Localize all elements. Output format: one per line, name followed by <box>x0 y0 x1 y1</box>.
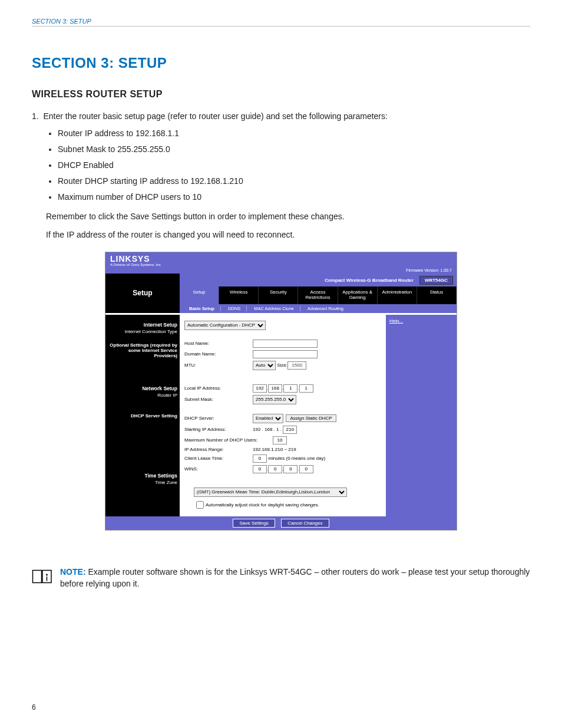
tab-access[interactable]: Access Restrictions <box>298 286 338 304</box>
lease-suffix: minutes (0 means one day) <box>268 456 325 461</box>
wins-1[interactable] <box>253 465 267 473</box>
tab-apps[interactable]: Applications & Gaming <box>338 286 378 304</box>
section-title: SECTION 3: SETUP <box>32 55 530 71</box>
label-conn-type: Internet Connection Type <box>108 329 177 334</box>
page-number: 6 <box>32 703 36 711</box>
dst-label: Automatically adjust clock for daylight … <box>206 502 319 508</box>
body-paragraph: If the IP address of the router is chang… <box>32 229 530 241</box>
product-name: Compact Wireless-G Broadband Router <box>325 278 414 283</box>
note-icon <box>32 566 53 589</box>
firmware-version: Firmware Version: 1.00.7 <box>406 268 452 272</box>
svg-point-2 <box>46 574 48 575</box>
conn-type-select[interactable]: Automatic Configuration - DHCP <box>184 321 266 330</box>
step-text: Enter the router basic setup page (refer… <box>43 111 387 121</box>
subtab-basic[interactable]: Basic Setup <box>183 306 221 311</box>
running-header: SECTION 3: SETUP <box>32 18 530 27</box>
save-button[interactable]: Save Settings <box>233 519 275 528</box>
mtu-label: MTU: <box>184 363 253 368</box>
starting-ip-label: Starting IP Address: <box>184 427 253 432</box>
section-internet-setup: Internet Setup <box>108 322 177 328</box>
max-users-input[interactable] <box>273 436 287 444</box>
tab-setup[interactable]: Setup <box>180 286 219 304</box>
domain-name-input[interactable] <box>253 350 318 358</box>
dhcp-server-label: DHCP Server: <box>184 416 253 421</box>
help-link[interactable]: Help... <box>389 318 403 324</box>
main-tabs: Setup Wireless Security Access Restricti… <box>180 286 457 304</box>
page-label: Setup <box>105 274 180 313</box>
timezone-select[interactable]: (GMT) Greenwich Mean Time: Dublin,Edinbu… <box>194 487 347 497</box>
label-dhcp-setting: DHCP Server Setting <box>108 413 177 419</box>
svg-rect-0 <box>33 570 42 582</box>
max-users-label: Maximum Number of DHCP Users: <box>184 437 273 443</box>
dhcp-mode-select[interactable]: Enabled <box>253 414 283 423</box>
section-network-setup: Network Setup <box>108 386 177 391</box>
body-paragraph: Remember to click the Save Settings butt… <box>32 210 530 223</box>
local-ip-label: Local IP Address: <box>184 386 253 391</box>
lease-label: Client Lease Time: <box>184 456 253 461</box>
linksys-logo: LINKSYS <box>110 255 452 263</box>
ip-octet-4[interactable] <box>299 384 313 393</box>
list-item: Router DHCP starting IP address to 192.1… <box>58 175 530 187</box>
router-screenshot: LINKSYS A Division of Cisco Systems, Inc… <box>105 252 457 531</box>
subtab-ddns[interactable]: DDNS <box>222 306 247 311</box>
subnet-label: Subnet Mask: <box>184 397 253 402</box>
list-item: DHCP Enabled <box>58 159 530 172</box>
wins-3[interactable] <box>283 465 297 473</box>
ip-range-label: IP Address Range: <box>184 447 253 452</box>
tab-wireless[interactable]: Wireless <box>219 286 259 304</box>
ip-range-value: 192.168.1.210 ~ 219 <box>253 447 296 452</box>
ip-octet-1[interactable] <box>253 384 267 393</box>
ip-octet-3[interactable] <box>283 384 297 393</box>
host-name-label: Host Name: <box>184 341 253 346</box>
host-name-input[interactable] <box>253 340 318 348</box>
note-label: NOTE: <box>60 567 86 577</box>
mtu-size-input[interactable] <box>287 361 306 370</box>
wins-label: WINS: <box>184 466 253 472</box>
cancel-button[interactable]: Cancel Changes <box>281 519 329 528</box>
sub-tabs: Basic Setup DDNS MAC Address Clone Advan… <box>180 304 457 313</box>
mtu-size-label: Size: <box>277 363 287 368</box>
svg-rect-3 <box>47 577 48 581</box>
wins-4[interactable] <box>299 465 313 473</box>
bullet-list: Router IP address to 192.168.1.1 Subnet … <box>32 127 530 203</box>
router-banner: LINKSYS A Division of Cisco Systems, Inc… <box>105 252 457 274</box>
label-optional: Optional Settings (required by some Inte… <box>108 342 177 358</box>
note-body: Example router software shown is for the… <box>60 567 530 588</box>
step-number: 1. <box>32 111 39 121</box>
tab-security[interactable]: Security <box>259 286 298 304</box>
list-item: Maximum number of DHCP users to 10 <box>58 191 530 203</box>
instruction-line: 1. Enter the router basic setup page (re… <box>32 110 530 123</box>
ip-octet-2[interactable] <box>268 384 282 393</box>
lease-input[interactable] <box>253 454 267 463</box>
label-time-zone: Time Zone <box>108 480 177 485</box>
list-item: Router IP address to 192.168.1.1 <box>58 127 530 140</box>
model-badge: WRT54GC <box>419 276 453 285</box>
subsection-title: WIRELESS ROUTER SETUP <box>32 89 530 100</box>
tab-admin[interactable]: Administration <box>378 286 417 304</box>
subtab-mac[interactable]: MAC Address Clone <box>248 306 300 311</box>
tab-status[interactable]: Status <box>417 286 457 304</box>
note-text: NOTE: Example router software shown is f… <box>60 566 530 590</box>
list-item: Subnet Mask to 255.255.255.0 <box>58 143 530 156</box>
section-time-settings: Time Settings <box>108 473 177 479</box>
dst-checkbox[interactable] <box>196 501 204 509</box>
starting-ip-input[interactable] <box>283 426 297 434</box>
label-router-ip: Router IP <box>108 393 177 398</box>
starting-ip-prefix: 192 . 168 . 1 . <box>253 427 282 432</box>
assign-static-button[interactable]: Assign Static DHCP <box>286 414 336 422</box>
wins-2[interactable] <box>268 465 282 473</box>
subtab-routing[interactable]: Advanced Routing <box>302 306 349 311</box>
domain-name-label: Domain Name: <box>184 351 253 357</box>
mtu-mode-select[interactable]: Auto <box>253 361 276 370</box>
subnet-select[interactable]: 255.255.255.0 <box>253 395 296 404</box>
linksys-tagline: A Division of Cisco Systems, Inc. <box>110 263 452 266</box>
cisco-logo: CISCO SYSTEMS <box>490 510 524 514</box>
